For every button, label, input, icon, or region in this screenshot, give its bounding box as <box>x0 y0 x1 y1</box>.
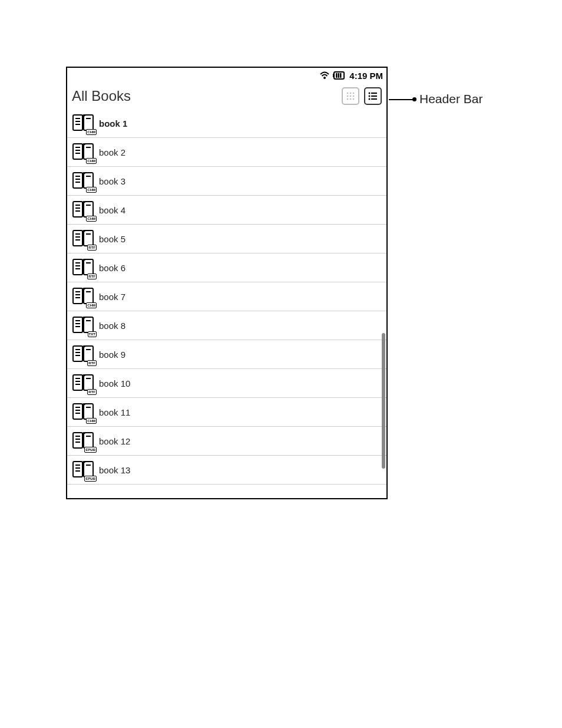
svg-rect-3 <box>336 73 338 78</box>
format-badge: RTF <box>87 389 97 395</box>
list-item[interactable]: CHMbook 3 <box>67 167 386 196</box>
svg-point-7 <box>350 93 352 94</box>
svg-rect-97 <box>84 462 93 477</box>
grid-icon <box>345 91 356 101</box>
svg-point-6 <box>347 93 349 94</box>
svg-rect-49 <box>84 230 93 246</box>
svg-rect-75 <box>73 375 82 390</box>
book-icon: CHM <box>72 113 95 134</box>
svg-point-17 <box>369 95 371 97</box>
svg-rect-27 <box>73 144 82 159</box>
book-list[interactable]: CHMbook 1 CHMbook 2 CHMbook 3 CHMbook 4 … <box>67 109 386 498</box>
book-icon: RTF <box>72 228 95 249</box>
page-title: All Books <box>72 88 337 104</box>
book-icon: RTF <box>72 257 95 278</box>
svg-rect-16 <box>371 93 377 94</box>
format-badge: CHM <box>86 216 97 222</box>
list-item[interactable]: RTFbook 5 <box>67 225 386 253</box>
book-title: book 11 <box>99 407 130 417</box>
svg-point-13 <box>350 98 352 100</box>
svg-point-0 <box>323 77 326 79</box>
callout-dot <box>412 97 416 101</box>
list-item[interactable]: CHMbook 7 <box>67 282 386 311</box>
battery-icon <box>333 71 346 80</box>
svg-rect-2 <box>333 74 334 77</box>
format-badge: CHM <box>86 418 97 424</box>
book-icon: CHM <box>72 286 95 307</box>
header-bar: All Books <box>67 83 386 109</box>
svg-rect-57 <box>73 288 82 304</box>
svg-point-14 <box>353 98 355 100</box>
book-title: book 2 <box>99 147 125 157</box>
list-icon <box>368 91 378 101</box>
format-badge: TXT <box>88 331 97 337</box>
book-title: book 13 <box>99 465 130 475</box>
list-item[interactable]: CHMbook 4 <box>67 196 386 225</box>
svg-point-12 <box>347 98 349 100</box>
svg-point-10 <box>350 95 352 97</box>
scrollbar-thumb[interactable] <box>382 333 385 469</box>
book-icon: RTF <box>72 344 95 365</box>
book-icon: CHM <box>72 141 95 163</box>
book-title: book 7 <box>99 292 125 302</box>
svg-rect-37 <box>84 173 93 188</box>
view-grid-button[interactable] <box>342 87 359 105</box>
list-item[interactable]: EPUBbook 13 <box>67 456 386 485</box>
wifi-icon <box>320 71 329 80</box>
book-icon: CHM <box>72 401 95 423</box>
status-bar: 4:19 PM <box>67 68 386 83</box>
book-title: book 3 <box>99 176 125 186</box>
book-icon: RTF <box>72 373 95 394</box>
list-item[interactable]: CHMbook 1 <box>67 109 386 138</box>
svg-rect-20 <box>371 98 377 100</box>
svg-rect-5 <box>340 73 342 78</box>
svg-rect-69 <box>73 346 82 361</box>
book-icon: EPUB <box>72 459 95 480</box>
svg-rect-87 <box>73 433 82 448</box>
book-title: book 12 <box>99 436 130 446</box>
book-title: book 5 <box>99 234 125 244</box>
svg-point-8 <box>353 93 355 94</box>
svg-rect-31 <box>84 144 93 159</box>
svg-rect-73 <box>84 346 93 361</box>
list-item[interactable]: EPUBbook 12 <box>67 427 386 456</box>
book-title: book 6 <box>99 263 125 273</box>
list-item[interactable]: RTFbook 10 <box>67 369 386 398</box>
callout-label: Header Bar <box>419 92 482 106</box>
book-title: book 4 <box>99 205 125 215</box>
list-item[interactable]: CHMbook 11 <box>67 398 386 427</box>
list-item[interactable]: TXTbook 8 <box>67 311 386 340</box>
svg-rect-61 <box>84 288 93 304</box>
book-title: book 9 <box>99 350 125 360</box>
book-title: book 10 <box>99 378 130 388</box>
svg-rect-18 <box>371 95 377 97</box>
svg-rect-21 <box>73 115 82 130</box>
svg-rect-45 <box>73 230 82 246</box>
svg-rect-39 <box>73 202 82 217</box>
book-icon: TXT <box>72 315 95 336</box>
book-title: book 1 <box>99 118 127 129</box>
list-item[interactable]: RTFbook 6 <box>67 253 386 282</box>
book-icon: CHM <box>72 170 95 192</box>
svg-rect-91 <box>84 433 93 448</box>
svg-rect-67 <box>84 317 93 332</box>
svg-point-9 <box>347 95 349 97</box>
svg-point-15 <box>369 93 371 94</box>
format-badge: EPUB <box>84 476 97 482</box>
format-badge: CHM <box>86 158 97 164</box>
format-badge: RTF <box>87 245 97 251</box>
list-item[interactable]: CHMbook 2 <box>67 138 386 167</box>
svg-rect-85 <box>84 404 93 419</box>
list-item[interactable]: RTFbook 9 <box>67 340 386 369</box>
status-time: 4:19 PM <box>349 71 383 81</box>
svg-point-19 <box>369 98 371 100</box>
device-frame: 4:19 PM All Books CHMbook 1 CH <box>66 67 388 499</box>
view-list-button[interactable] <box>364 87 382 105</box>
book-icon: EPUB <box>72 430 95 452</box>
format-badge: RTF <box>87 274 97 279</box>
format-badge: CHM <box>86 302 97 308</box>
svg-rect-4 <box>338 73 340 78</box>
callout-line <box>389 99 414 100</box>
svg-point-11 <box>353 95 355 97</box>
book-title: book 8 <box>99 321 125 331</box>
